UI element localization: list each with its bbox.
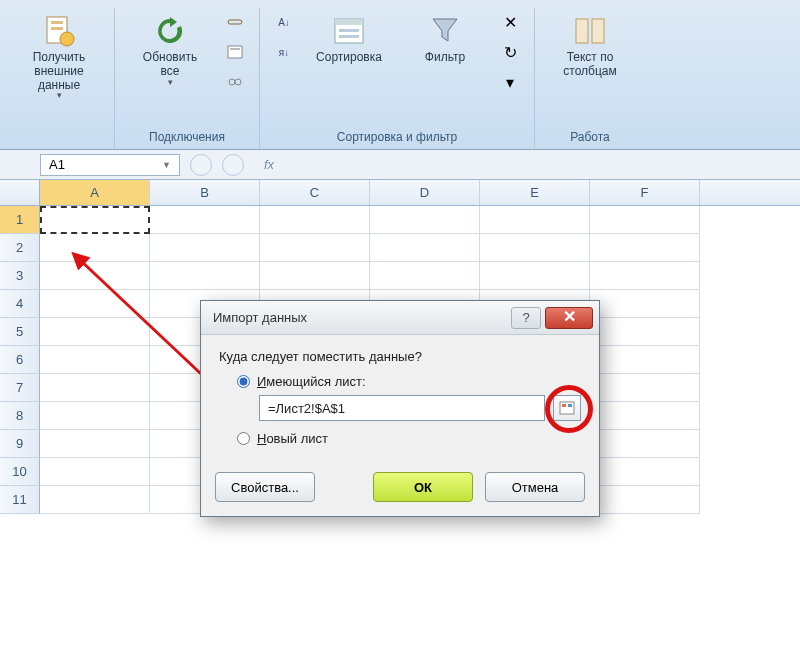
edit-links-button[interactable]: [221, 68, 249, 96]
clear-filter-button[interactable]: ✕: [496, 8, 524, 36]
name-box[interactable]: A1 ▼: [40, 154, 180, 176]
dropdown-arrow-icon: ▼: [162, 160, 171, 170]
sort-desc-button[interactable]: я↓: [270, 38, 298, 66]
properties-button[interactable]: Свойства...: [215, 472, 315, 502]
help-button[interactable]: ?: [511, 307, 541, 329]
row-header[interactable]: 5: [0, 318, 40, 346]
cell[interactable]: [590, 430, 700, 458]
row-header[interactable]: 2: [0, 234, 40, 262]
cell[interactable]: [260, 206, 370, 234]
row-header[interactable]: 3: [0, 262, 40, 290]
cell[interactable]: [40, 346, 150, 374]
cell[interactable]: [40, 430, 150, 458]
cell[interactable]: [40, 318, 150, 346]
text-to-columns-button[interactable]: Текст постолбцам: [545, 8, 635, 84]
cell[interactable]: [480, 206, 590, 234]
ribbon-group-datatools-label: Работа: [570, 130, 610, 148]
svg-rect-14: [592, 19, 604, 43]
cell[interactable]: [260, 234, 370, 262]
column-header[interactable]: C: [260, 180, 370, 205]
svg-rect-4: [228, 20, 242, 24]
row-header[interactable]: 6: [0, 346, 40, 374]
column-header[interactable]: A: [40, 180, 150, 205]
dropdown-arrow-icon: ▾: [57, 90, 62, 100]
ribbon-group-connections-label: Подключения: [149, 130, 225, 148]
cell[interactable]: [590, 458, 700, 486]
cell[interactable]: [40, 374, 150, 402]
ribbon-group-external: Получитьвнешние данные ▾: [4, 8, 115, 148]
sort-button[interactable]: Сортировка: [304, 8, 394, 70]
cell[interactable]: [260, 262, 370, 290]
enter-formula-button[interactable]: [222, 154, 244, 176]
row-header[interactable]: 9: [0, 430, 40, 458]
cell[interactable]: [590, 374, 700, 402]
radio-new-sheet[interactable]: [237, 432, 250, 445]
column-header[interactable]: B: [150, 180, 260, 205]
radio-new-sheet-label[interactable]: Новый лист: [257, 431, 328, 446]
cell[interactable]: [40, 262, 150, 290]
get-external-data-button[interactable]: Получитьвнешние данные ▾: [14, 8, 104, 105]
row-header[interactable]: 1: [0, 206, 40, 234]
cell[interactable]: [590, 318, 700, 346]
reapply-icon: ↻: [504, 43, 517, 62]
ribbon: Получитьвнешние данные ▾ Обновитьвсе ▾ П…: [0, 0, 800, 150]
filter-button[interactable]: Фильтр: [400, 8, 490, 70]
cell[interactable]: [40, 206, 150, 234]
svg-rect-13: [576, 19, 588, 43]
fx-label[interactable]: fx: [264, 157, 274, 172]
radio-existing-sheet-label[interactable]: Имеющийся лист:: [257, 374, 366, 389]
cell[interactable]: [590, 402, 700, 430]
column-header[interactable]: F: [590, 180, 700, 205]
ok-button[interactable]: ОК: [373, 472, 473, 502]
column-header[interactable]: E: [480, 180, 590, 205]
collapse-dialog-button[interactable]: [553, 395, 581, 421]
advanced-button[interactable]: ▾: [496, 68, 524, 96]
row-header[interactable]: 4: [0, 290, 40, 318]
cell[interactable]: [150, 234, 260, 262]
get-external-data-label: Получитьвнешние данные: [19, 51, 99, 92]
reapply-button[interactable]: ↻: [496, 38, 524, 66]
column-header[interactable]: D: [370, 180, 480, 205]
cell[interactable]: [590, 234, 700, 262]
cell[interactable]: [40, 486, 150, 514]
cancel-button[interactable]: Отмена: [485, 472, 585, 502]
radio-existing-sheet[interactable]: [237, 375, 250, 388]
filter-small-buttons: ✕ ↻ ▾: [496, 8, 524, 96]
dialog-titlebar[interactable]: Импорт данных ? ✕: [201, 301, 599, 335]
cell[interactable]: [150, 206, 260, 234]
column-headers: A B C D E F: [0, 180, 800, 206]
ribbon-group-connections: Обновитьвсе ▾ Подключения: [115, 8, 260, 148]
row-header[interactable]: 10: [0, 458, 40, 486]
cell[interactable]: [590, 346, 700, 374]
cell[interactable]: [40, 290, 150, 318]
svg-rect-18: [568, 404, 572, 407]
cell[interactable]: [40, 458, 150, 486]
select-all-corner[interactable]: [0, 180, 40, 205]
row-header[interactable]: 11: [0, 486, 40, 514]
name-box-value: A1: [49, 157, 65, 172]
cell[interactable]: [40, 402, 150, 430]
cell[interactable]: [370, 262, 480, 290]
cancel-formula-button[interactable]: [190, 154, 212, 176]
refresh-all-button[interactable]: Обновитьвсе ▾: [125, 8, 215, 92]
cell[interactable]: [150, 262, 260, 290]
funnel-icon: [427, 13, 463, 49]
cell[interactable]: [590, 290, 700, 318]
cell[interactable]: [590, 486, 700, 514]
close-button[interactable]: ✕: [545, 307, 593, 329]
properties-button[interactable]: [221, 38, 249, 66]
cell[interactable]: [40, 234, 150, 262]
cell[interactable]: [590, 206, 700, 234]
sort-asc-button[interactable]: A↓: [270, 8, 298, 36]
svg-rect-6: [230, 48, 240, 50]
row-header[interactable]: 7: [0, 374, 40, 402]
sort-desc-icon: я↓: [279, 47, 289, 58]
cell[interactable]: [370, 206, 480, 234]
connections-button[interactable]: [221, 8, 249, 36]
cell[interactable]: [370, 234, 480, 262]
cell[interactable]: [480, 234, 590, 262]
row-header[interactable]: 8: [0, 402, 40, 430]
ref-edit-input[interactable]: [259, 395, 545, 421]
cell[interactable]: [480, 262, 590, 290]
cell[interactable]: [590, 262, 700, 290]
